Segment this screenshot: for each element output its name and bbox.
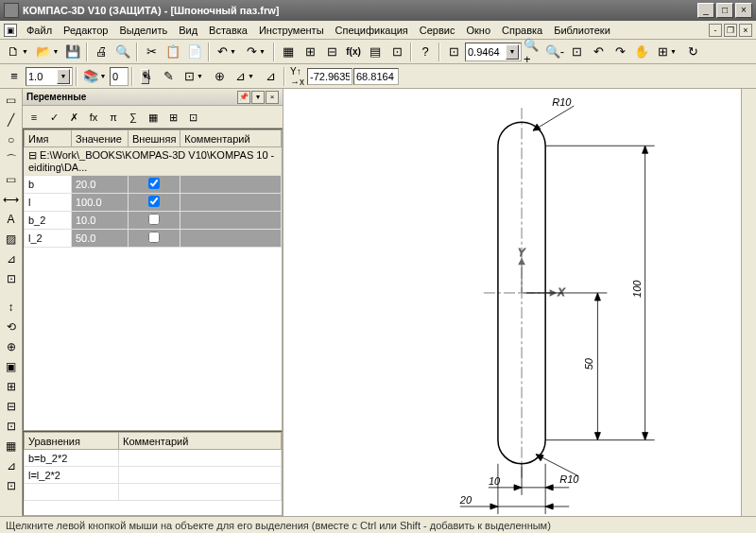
vtool-d[interactable]: ⟲ [2,318,21,336]
menu-insert[interactable]: Вставка [203,23,253,38]
copy-button[interactable]: 📋 [163,42,183,62]
menu-file[interactable]: Файл [21,23,58,38]
redo-button[interactable]: ↷▼ [242,42,270,62]
tool-fx[interactable]: f(x) [343,42,364,62]
pvar-4[interactable]: fx [84,108,103,127]
snap-3[interactable]: ⊡▼ [180,66,208,87]
vtool-h[interactable]: ⊟ [2,397,21,416]
menu-tools[interactable]: Инструменты [253,23,330,38]
menu-editor[interactable]: Редактор [58,23,113,38]
var-row[interactable]: b_2 10.0 [25,212,282,230]
undo-button[interactable]: ↶▼ [213,42,241,62]
preview-button[interactable]: 🔍 [112,42,133,62]
pvar-5[interactable]: π [104,108,123,127]
layer-combo[interactable]: 0▼ [110,67,129,86]
open-button[interactable]: 📂▼ [33,42,61,62]
ext-checkbox[interactable] [148,214,160,225]
ext-checkbox[interactable] [148,196,160,207]
pvar-9[interactable]: ⊡ [183,108,202,127]
tool-5[interactable]: ⊡ [387,42,407,62]
vtool-arc[interactable]: ⌒ [2,150,21,169]
vtool-g[interactable]: ⊞ [2,377,21,396]
vtool-a[interactable]: ⊿ [2,249,21,268]
layer-button[interactable]: 📚▼ [80,66,109,87]
cut-button[interactable]: ✂ [141,42,162,62]
menu-select[interactable]: Выделить [113,23,173,38]
linestyle-combo[interactable]: 1.0▼ [26,67,73,86]
new-button[interactable]: 🗋▼ [4,42,32,62]
snap-6[interactable]: ⊿ [260,66,281,87]
close-button[interactable]: × [735,3,752,18]
snap-2[interactable]: ✎ [158,66,179,87]
vtool-j[interactable]: ▦ [2,437,21,456]
zoom-in[interactable]: 🔍+ [523,42,543,62]
save-button[interactable]: 💾 [62,42,83,62]
tool-4[interactable]: ▤ [365,42,386,62]
linetype-icon[interactable]: ≡ [4,66,25,87]
snap-4[interactable]: ⊕ [209,66,230,87]
minimize-button[interactable]: _ [697,3,714,18]
pvar-3[interactable]: ✗ [64,108,83,127]
vtool-dim[interactable]: ⟷ [2,190,21,209]
pvar-7[interactable]: ▦ [144,108,163,127]
coord-y-input[interactable] [353,68,399,85]
panel-pin[interactable]: 📌 [237,91,250,104]
vtool-k[interactable]: ⊿ [2,456,21,475]
ext-checkbox[interactable] [148,178,160,189]
var-row[interactable]: l_2 50.0 [25,230,282,248]
doc-close[interactable]: × [739,24,752,37]
vtool-i[interactable]: ⊡ [2,417,21,436]
vtool-circle[interactable]: ○ [2,130,21,149]
zoom-fit[interactable]: ⊡ [443,42,464,62]
maximize-button[interactable]: □ [716,3,733,18]
view-dd[interactable]: ⊞▼ [653,42,681,62]
vtool-rect[interactable]: ▭ [2,170,21,189]
doc-restore[interactable]: ❐ [724,24,737,37]
zoom-out[interactable]: 🔍- [544,42,565,62]
menu-window[interactable]: Окно [460,23,496,38]
zoom-prev[interactable]: ↶ [588,42,609,62]
var-row[interactable]: b 20.0 [25,176,282,194]
pvar-6[interactable]: ∑ [124,108,143,127]
doc-minimize[interactable]: - [709,24,722,37]
vtool-f[interactable]: ▣ [2,357,21,376]
variables-table[interactable]: Имя Значение Внешняя Комментарий ⊟ E:\Wo… [23,129,283,431]
tool-1[interactable]: ▦ [278,42,299,62]
coord-x-input[interactable] [307,68,352,85]
tool-3[interactable]: ⊟ [321,42,342,62]
vtool-c[interactable]: ↕ [2,298,21,317]
file-row[interactable]: ⊟ E:\Work\_BOOKS\KOMPAS-3D V10\KOMPAS 10… [25,147,282,176]
print-button[interactable]: 🖨 [91,42,112,62]
vtool-hatch[interactable]: ▨ [2,230,21,249]
tool-2[interactable]: ⊞ [300,42,320,62]
ext-checkbox[interactable] [148,232,160,243]
equations-table[interactable]: Уравнения Комментарий b=b_2*2 l=l_2*2 [23,431,283,516]
help-button[interactable]: ? [415,42,436,62]
snap-1[interactable]: ✎ [136,66,157,87]
vtool-l[interactable]: ⊡ [2,476,21,495]
vtool-select[interactable]: ▭ [2,91,21,110]
snap-5[interactable]: ⊿▼ [231,66,259,87]
vtool-b[interactable]: ⊡ [2,269,21,288]
pvar-1[interactable]: ≡ [25,108,43,127]
vtool-text[interactable]: A [2,210,21,229]
panel-opts[interactable]: ▾ [251,91,265,104]
pvar-2[interactable]: ✓ [44,108,63,127]
refresh[interactable]: ↻ [682,42,703,62]
pan[interactable]: ✋ [631,42,652,62]
zoom-next[interactable]: ↷ [610,42,630,62]
zoom-combo[interactable]: 0.9464▼ [465,43,522,61]
zoom-window[interactable]: ⊡ [566,42,587,62]
menu-view[interactable]: Вид [173,23,203,38]
vtool-line[interactable]: ╱ [2,111,21,129]
drawing-canvas[interactable]: X Y R10 R10 100 [284,89,741,516]
var-row[interactable]: l 100.0 [25,194,282,212]
menu-help[interactable]: Справка [496,23,548,38]
panel-close[interactable]: × [266,91,279,104]
pvar-8[interactable]: ⊞ [163,108,182,127]
menu-service[interactable]: Сервис [414,23,461,38]
vtool-e[interactable]: ⊕ [2,337,21,356]
vscrollbar[interactable] [741,89,756,516]
menu-libs[interactable]: Библиотеки [548,23,616,38]
paste-button[interactable]: 📄 [184,42,205,62]
